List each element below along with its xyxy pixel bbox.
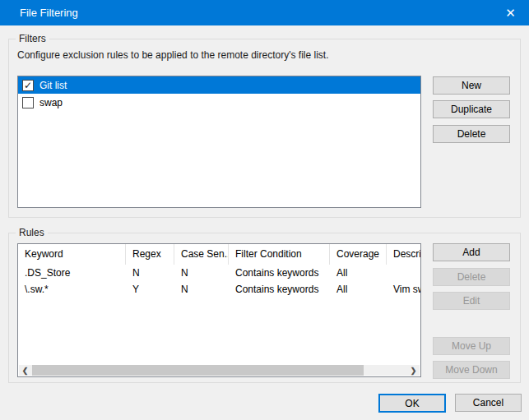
filter-list-item[interactable]: ✓ Git list	[18, 76, 420, 94]
scrollbar-thumb[interactable]	[32, 365, 364, 376]
edit-button[interactable]: Edit	[433, 292, 510, 310]
rules-table-header: Keyword Regex Case Sen... Filter Conditi…	[18, 244, 421, 265]
duplicate-button[interactable]: Duplicate	[433, 100, 510, 118]
column-header-description[interactable]: Description	[387, 244, 421, 265]
cell-description: Vim sw	[387, 281, 421, 298]
cell-keyword: .DS_Store	[18, 265, 126, 281]
table-row[interactable]: .DS_Store N N Contains keywords All	[18, 265, 421, 281]
column-header-case-sensitive[interactable]: Case Sen...	[174, 244, 229, 265]
column-header-filter-condition[interactable]: Filter Condition	[229, 244, 330, 265]
rules-groupbox: Rules Keyword Regex Case Sen... Filter C…	[8, 233, 521, 383]
rule-delete-button[interactable]: Delete	[433, 268, 510, 286]
window-title: File Filtering	[20, 7, 78, 19]
cell-case-sensitive: N	[174, 265, 229, 281]
cell-keyword: \.sw.*	[18, 281, 126, 298]
scroll-left-arrow-icon[interactable]: ❮	[19, 365, 31, 376]
filter-item-label: swap	[39, 97, 63, 108]
titlebar: File Filtering ✕	[0, 0, 529, 25]
rules-table[interactable]: Keyword Regex Case Sen... Filter Conditi…	[17, 243, 421, 377]
cell-regex: Y	[126, 281, 174, 298]
close-button[interactable]: ✕	[492, 0, 529, 25]
cell-coverage: All	[330, 281, 387, 298]
cancel-button[interactable]: Cancel	[455, 394, 522, 412]
cell-filter-condition: Contains keywords	[229, 281, 330, 298]
filter-list-item[interactable]: swap	[18, 94, 420, 111]
move-down-button[interactable]: Move Down	[433, 361, 510, 379]
column-header-regex[interactable]: Regex	[126, 244, 174, 265]
cell-filter-condition: Contains keywords	[229, 265, 330, 281]
close-icon: ✕	[505, 6, 516, 21]
horizontal-scrollbar[interactable]: ❮ ❯	[19, 365, 420, 376]
cell-case-sensitive: N	[174, 281, 229, 298]
file-filtering-dialog: File Filtering ✕ Filters Configure exclu…	[0, 0, 529, 420]
column-header-coverage[interactable]: Coverage	[330, 244, 387, 265]
cell-regex: N	[126, 265, 174, 281]
filter-list[interactable]: ✓ Git list swap	[17, 76, 421, 208]
filters-description: Configure exclusion rules to be applied …	[17, 49, 328, 61]
cell-description	[387, 265, 421, 281]
new-button[interactable]: New	[433, 76, 510, 95]
ok-button[interactable]: OK	[378, 394, 446, 413]
filter-delete-button[interactable]: Delete	[433, 125, 510, 143]
table-row[interactable]: \.sw.* Y N Contains keywords All Vim sw	[18, 281, 421, 298]
rules-group-label: Rules	[16, 227, 48, 238]
column-header-keyword[interactable]: Keyword	[18, 244, 126, 265]
move-up-button[interactable]: Move Up	[433, 337, 510, 355]
scroll-right-arrow-icon[interactable]: ❯	[407, 365, 420, 376]
checkbox-unchecked-icon[interactable]	[22, 97, 34, 108]
checkbox-checked-icon[interactable]: ✓	[22, 80, 34, 91]
add-button[interactable]: Add	[433, 243, 510, 261]
filter-item-label: Git list	[39, 80, 67, 91]
filters-group-label: Filters	[16, 33, 49, 44]
cell-coverage: All	[330, 265, 387, 281]
filters-groupbox: Filters Configure exclusion rules to be …	[8, 39, 521, 218]
